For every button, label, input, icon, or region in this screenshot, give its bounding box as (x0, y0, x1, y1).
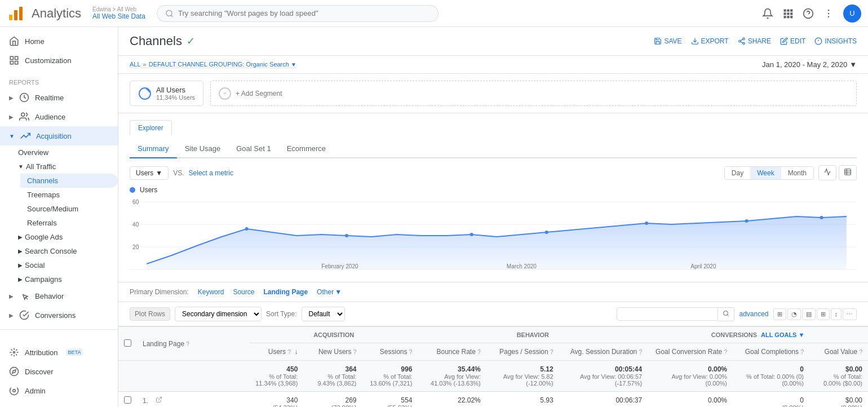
svg-rect-21 (10, 61, 13, 64)
expand-realtime: ▶ (9, 95, 14, 101)
info-bounce-icon[interactable]: ? (477, 349, 481, 355)
table-search-input[interactable] (617, 307, 718, 321)
info-completions-icon[interactable]: ? (800, 349, 804, 355)
tab-summary[interactable]: Summary (130, 140, 177, 158)
metric-users-btn[interactable]: Users ▼ (130, 166, 169, 180)
comparison-view-btn[interactable]: ▤ (802, 308, 816, 320)
period-month-btn[interactable]: Month (781, 167, 813, 179)
tab-site-usage[interactable]: Site Usage (177, 140, 229, 157)
share-button[interactable]: SHARE (738, 37, 771, 45)
svg-rect-6 (787, 9, 789, 11)
svg-line-33 (741, 42, 743, 43)
pivot-view-btn[interactable]: ⊞ (817, 308, 830, 320)
row1-checkbox[interactable] (124, 396, 131, 404)
dim-other[interactable]: Other ▼ (317, 288, 342, 296)
info-goal-value-icon[interactable]: ? (859, 349, 862, 355)
all-users-segment[interactable]: All Users 11.34% Users (130, 81, 203, 106)
app-title: Analytics (32, 6, 81, 21)
plot-rows-button[interactable]: Plot Rows (130, 307, 170, 321)
svg-point-25 (14, 352, 15, 353)
sidebar-item-audience[interactable]: ▶ Audience (0, 107, 118, 126)
sidebar-item-conversions[interactable]: ▶ Conversions (0, 306, 118, 325)
info-duration-icon[interactable]: ? (639, 349, 643, 355)
beta-badge: BETA (66, 349, 83, 356)
lifetime-view-btn[interactable]: ⋯ (843, 308, 857, 320)
breadcrumb-channel[interactable]: DEFAULT CHANNEL GROUPING: Organic Search… (149, 61, 296, 68)
sidebar-sub-source-medium[interactable]: Source/Medium (20, 202, 118, 216)
sidebar-item-realtime[interactable]: ▶ Realtime (0, 88, 118, 107)
expand-google-ads: ▶ (18, 234, 23, 240)
sidebar-sub-google-ads[interactable]: ▶ Google Ads (11, 230, 118, 244)
notification-icon[interactable] (762, 8, 773, 19)
breadcrumb-all[interactable]: ALL (130, 61, 141, 68)
add-segment-button[interactable]: + + Add Segment (210, 81, 857, 106)
explorer-label[interactable]: Explorer (130, 120, 172, 135)
info-goal-conv-icon[interactable]: ? (724, 349, 727, 355)
row1-duration: 00:06:37 (559, 392, 648, 408)
tab-goal-set-1[interactable]: Goal Set 1 (228, 140, 278, 157)
home-label: Home (25, 37, 45, 46)
avatar[interactable]: U (843, 5, 861, 23)
sidebar-sub-social[interactable]: ▶ Social (11, 258, 118, 272)
grid-view-btn[interactable]: ⊞ (773, 308, 786, 320)
svg-point-31 (738, 40, 741, 42)
svg-point-55 (745, 219, 748, 223)
date-range[interactable]: Jan 1, 2020 - May 2, 2020 ▼ (762, 60, 857, 69)
secondary-dimension-select[interactable]: Secondary dimension (175, 307, 262, 321)
table-search-button[interactable] (718, 307, 734, 321)
line-chart-btn[interactable] (818, 165, 836, 180)
select-all-checkbox[interactable] (124, 339, 131, 347)
pie-view-btn[interactable]: ◔ (787, 308, 801, 320)
info-pages-icon[interactable]: ? (550, 349, 553, 355)
main-layout: Home Customization REPORTS ▶ Realtime ▶ … (0, 27, 868, 407)
sidebar-item-customization[interactable]: Customization (0, 51, 118, 70)
all-goals-select[interactable]: All Goals ▼ (761, 331, 804, 338)
svg-rect-10 (790, 12, 792, 15)
sidebar-sub-all-traffic[interactable]: ▼ All Traffic (11, 160, 118, 174)
search-input[interactable] (178, 9, 430, 17)
sidebar-item-behavior[interactable]: ▶ Behavior (0, 286, 118, 306)
edit-button[interactable]: EDIT (780, 37, 805, 45)
sidebar-item-attribution[interactable]: Attribution BETA (0, 343, 118, 362)
export-button[interactable]: EXPORT (691, 37, 729, 45)
insights-button[interactable]: INSIGHTS (814, 37, 857, 45)
info-users-icon[interactable]: ? (287, 349, 291, 355)
totals-value-cell: $0.00 % of Total: 0.00% ($0.00) (809, 361, 868, 392)
select-metric-link[interactable]: Select a metric (189, 169, 233, 177)
period-week-btn[interactable]: Week (750, 167, 781, 179)
more-icon[interactable] (823, 8, 834, 19)
dim-landing-page[interactable]: Landing Page (263, 288, 308, 296)
table-row: 1. 340 (54.23%) 269 (73.90%) (118, 392, 868, 408)
info-landing-page-icon[interactable]: ? (186, 341, 189, 347)
totals-new-users-cell: 364 % of Total: 9.43% (3,862) (303, 361, 362, 392)
apps-icon[interactable] (782, 8, 794, 19)
sidebar-sub-referrals[interactable]: Referrals (20, 216, 118, 230)
sidebar-sub-search-console[interactable]: ▶ Search Console (11, 244, 118, 258)
sidebar-item-acquisition[interactable]: ▼ Acquisition (0, 126, 118, 145)
content: Channels ✓ SAVE EXPORT SHARE (118, 27, 868, 407)
sort-view-btn[interactable]: ↕ (831, 308, 842, 320)
info-sessions-icon[interactable]: ? (409, 349, 413, 355)
period-day-btn[interactable]: Day (725, 167, 750, 179)
table-chart-btn[interactable] (839, 165, 857, 180)
search-bar[interactable] (157, 5, 439, 22)
sort-type-select[interactable]: Default (302, 307, 345, 321)
advanced-link[interactable]: advanced (739, 310, 768, 318)
export-icon (691, 37, 699, 45)
sidebar-item-admin[interactable]: Admin (0, 381, 118, 400)
tab-ecommerce[interactable]: Ecommerce (279, 140, 334, 157)
sidebar-sub-channels[interactable]: Channels (20, 174, 118, 188)
dim-keyword[interactable]: Keyword (198, 288, 224, 296)
sidebar-item-discover[interactable]: Discover (0, 362, 118, 381)
dim-source[interactable]: Source (233, 288, 254, 296)
sidebar-sub-treemaps[interactable]: Treemaps (20, 188, 118, 202)
sidebar-item-home[interactable]: Home (0, 32, 118, 51)
help-icon[interactable] (803, 8, 814, 19)
svg-rect-5 (784, 9, 786, 11)
save-button[interactable]: SAVE (654, 37, 681, 45)
sidebar-sub-overview[interactable]: Overview (11, 145, 118, 160)
info-new-users-icon[interactable]: ? (353, 349, 357, 355)
row1-pages: 5.93 (486, 392, 559, 408)
svg-line-34 (741, 39, 743, 41)
sidebar-sub-campaigns[interactable]: ▶ Campaigns (11, 272, 118, 286)
